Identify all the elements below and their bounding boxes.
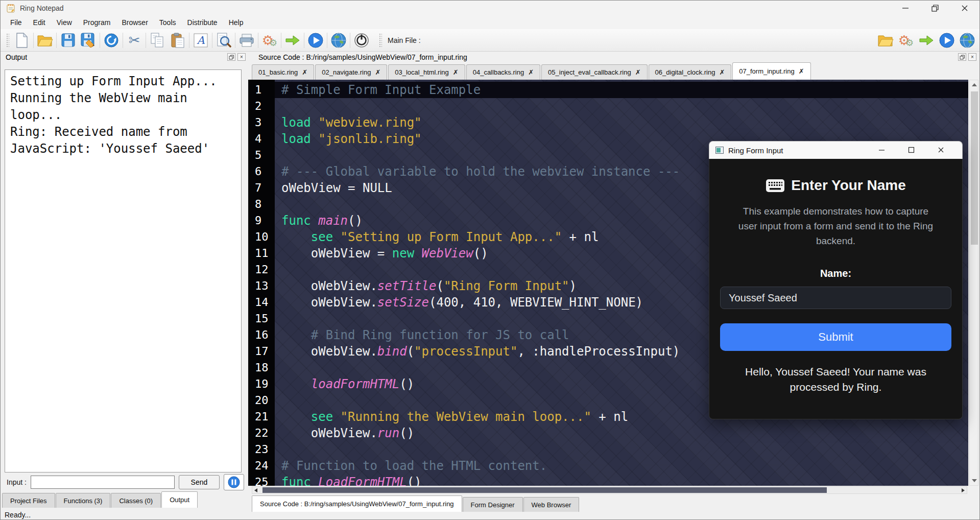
line-number: 21	[248, 409, 275, 425]
scroll-right-icon[interactable]	[962, 488, 965, 492]
minimize-icon[interactable]	[867, 141, 896, 159]
dock-float-icon[interactable]	[958, 53, 966, 61]
menu-browser[interactable]: Browser	[116, 17, 153, 28]
view-tab-source-code[interactable]: Source Code : B:/ring/samples/UsingWebVi…	[252, 495, 462, 512]
new-file-icon[interactable]	[12, 31, 32, 50]
find-icon[interactable]	[213, 31, 234, 50]
code-line-text: oWebView.run()	[275, 425, 968, 441]
horizontal-scroll-thumb[interactable]	[262, 487, 827, 493]
line-number: 18	[248, 360, 275, 376]
editor-file-tab[interactable]: 04_callbacks.ring ✗	[466, 64, 540, 80]
close-icon[interactable]	[926, 141, 955, 159]
output-line: loop...	[10, 107, 236, 124]
form-window-titlebar[interactable]: Ring Form Input	[709, 141, 963, 159]
view-tab-form-designer[interactable]: Form Designer	[463, 497, 523, 512]
menu-help[interactable]: Help	[223, 17, 249, 28]
open-folder-icon[interactable]	[875, 31, 896, 50]
dock-close-icon[interactable]: ×	[968, 53, 976, 61]
panel-tab-classes-0-[interactable]: Classes (0)	[111, 493, 161, 508]
close-button[interactable]	[950, 1, 979, 16]
editor-vertical-scrollbar[interactable]	[969, 80, 978, 486]
run-play-icon[interactable]	[937, 31, 957, 50]
menu-view[interactable]: View	[51, 17, 78, 28]
panel-tabs: Project FilesFunctions (3)Classes (0)Out…	[2, 491, 198, 508]
tab-close-icon[interactable]: ✗	[453, 68, 459, 76]
font-icon[interactable]: A	[190, 31, 211, 50]
editor-file-tab[interactable]: 02_navigate.ring ✗	[315, 64, 387, 80]
pause-icon	[228, 476, 240, 488]
scroll-up-icon[interactable]	[972, 83, 977, 86]
goto-arrow-icon[interactable]	[916, 31, 937, 50]
menu-file[interactable]: File	[5, 17, 28, 28]
menu-distribute[interactable]: Distribute	[182, 17, 223, 28]
vertical-scroll-thumb[interactable]	[971, 91, 978, 245]
file-tab-label: 04_callbacks.ring	[473, 68, 524, 76]
line-number: 12	[248, 262, 275, 278]
main-file-label: Main File :	[388, 36, 421, 44]
copy-icon[interactable]	[147, 31, 168, 50]
toolbar-grip[interactable]	[379, 33, 382, 48]
line-number: 23	[248, 441, 275, 458]
editor-file-tab[interactable]: 05_inject_eval_callback.ring ✗	[541, 64, 648, 80]
output-console[interactable]: Setting up Form Input App...Running the …	[5, 69, 242, 472]
menu-edit[interactable]: Edit	[28, 17, 51, 28]
form-window-body: Enter Your Name This example demonstrate…	[709, 159, 963, 419]
toolbar-grip[interactable]	[6, 33, 9, 48]
code-line-text	[275, 441, 968, 458]
settings-gears-icon[interactable]: ⚙⚙	[259, 31, 280, 50]
code-line: 2	[248, 98, 968, 114]
output-dock-header: Output ×	[1, 52, 246, 63]
cut-icon[interactable]: ✂	[124, 31, 145, 50]
scroll-down-icon[interactable]	[972, 479, 977, 482]
console-input-field[interactable]	[31, 476, 175, 489]
paste-icon[interactable]	[168, 31, 188, 50]
source-dock-header: Source Code : B:/ring/samples/UsingWebVi…	[248, 52, 980, 63]
menu-program[interactable]: Program	[78, 17, 116, 28]
ring-notepad-window: Ring Notepad FileEditViewProgramBrowserT…	[0, 0, 980, 520]
print-icon[interactable]	[236, 31, 257, 50]
editor-horizontal-scrollbar[interactable]	[252, 486, 967, 494]
run-play-icon[interactable]	[305, 31, 326, 50]
reload-icon[interactable]	[101, 31, 122, 50]
save-icon[interactable]	[58, 31, 78, 50]
tab-close-icon[interactable]: ✗	[375, 68, 380, 76]
tab-close-icon[interactable]: ✗	[635, 68, 641, 76]
maximize-icon[interactable]	[896, 141, 926, 159]
editor-file-tab[interactable]: 01_basic.ring ✗	[252, 64, 314, 80]
panel-tab-project-files[interactable]: Project Files	[2, 493, 55, 508]
editor-file-tab[interactable]: 06_digital_clock.ring ✗	[649, 64, 732, 80]
pause-button[interactable]	[224, 474, 244, 490]
tab-close-icon[interactable]: ✗	[799, 67, 804, 75]
file-tab-label: 01_basic.ring	[258, 68, 298, 76]
title-bar: Ring Notepad	[1, 1, 979, 16]
editor-file-tab[interactable]: 07_form_input.ring ✗	[732, 62, 810, 80]
web-globe-icon[interactable]	[328, 31, 349, 50]
editor-file-tab[interactable]: 03_local_html.ring ✗	[388, 64, 465, 80]
dock-float-icon[interactable]	[227, 53, 235, 61]
name-input[interactable]	[720, 287, 951, 309]
tab-close-icon[interactable]: ✗	[302, 68, 307, 76]
send-button[interactable]: Send	[179, 475, 220, 489]
file-tab-label: 02_navigate.ring	[322, 68, 371, 76]
goto-arrow-icon[interactable]	[282, 31, 303, 50]
tab-close-icon[interactable]: ✗	[528, 68, 534, 76]
tab-close-icon[interactable]: ✗	[719, 68, 725, 76]
minimize-button[interactable]	[891, 1, 920, 16]
line-number: 4	[248, 131, 275, 147]
save-as-icon[interactable]	[78, 31, 99, 50]
menu-tools[interactable]: Tools	[154, 17, 182, 28]
settings-gears-icon[interactable]: ⚙⚙	[896, 31, 916, 50]
dock-close-icon[interactable]: ×	[237, 53, 246, 61]
view-tab-web-browser[interactable]: Web Browser	[523, 497, 580, 512]
code-line-text: # Function to load the HTML content.	[275, 458, 968, 474]
line-number: 22	[248, 425, 275, 441]
web-globe-icon[interactable]	[957, 31, 977, 50]
panel-tab-functions-3-[interactable]: Functions (3)	[56, 493, 111, 508]
scroll-left-icon[interactable]	[254, 488, 257, 492]
panel-tab-output[interactable]: Output	[161, 491, 198, 508]
submit-button[interactable]: Submit	[720, 323, 951, 351]
power-icon[interactable]	[351, 31, 372, 50]
form-heading: Enter Your Name	[709, 177, 962, 194]
open-folder-icon[interactable]	[35, 31, 55, 50]
restore-button[interactable]	[920, 1, 950, 16]
